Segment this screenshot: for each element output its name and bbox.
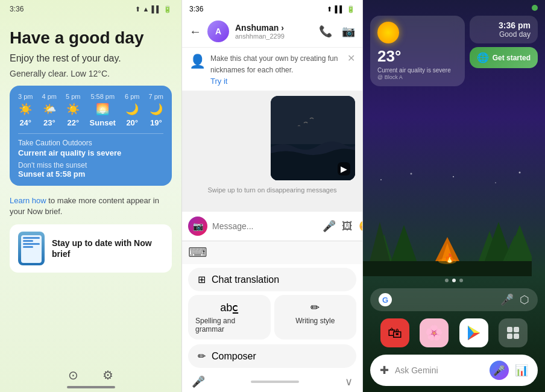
spelling-grammar-button[interactable]: abc̲ Spelling and grammar: [188, 295, 271, 340]
sticker-icon[interactable]: 😊: [359, 220, 363, 233]
statusbar-3: [363, 0, 545, 13]
banner-text: Make this chat your own by creating fun …: [210, 54, 338, 74]
dot-3: [459, 279, 463, 282]
gear-icon[interactable]: ⚙: [102, 368, 113, 382]
back-button[interactable]: ←: [189, 25, 201, 39]
weather-card: 3 pm ☀️ 24° 4 pm 🌤️ 23° 5 pm ☀️ 22° 5:58…: [10, 86, 172, 186]
banner-content: Make this chat your own by creating fun …: [210, 52, 342, 86]
status-dot: [532, 5, 538, 11]
play-store-icon[interactable]: [459, 318, 488, 347]
learn-link[interactable]: Learn how: [10, 196, 46, 205]
ai-suggestions: ⊞ Chat translation abc̲ Spelling and gra…: [182, 264, 362, 371]
weather-alert-label: Take Caution Outdoors: [18, 139, 163, 147]
chat-header-icons: 📞 📷: [319, 25, 355, 38]
svg-point-3: [411, 173, 412, 175]
contact-name: Anshuman ›: [235, 23, 313, 33]
composer-button[interactable]: ✏ Composer: [188, 344, 356, 368]
svg-rect-27: [514, 334, 519, 339]
signal-icon-2: ▌▌: [335, 5, 344, 13]
svg-marker-14: [505, 225, 532, 264]
spelling-icon: abc̲: [220, 301, 238, 314]
charge-icon-2: ⬆: [327, 5, 332, 13]
svg-marker-10: [390, 225, 418, 264]
keyboard-toolbar: ⌨ ⊞ Chat translation abc̲ Spelling and g…: [182, 241, 362, 371]
weather-hour-1: 4 pm 🌤️ 23°: [42, 93, 57, 127]
video-play-icon[interactable]: ▶: [338, 162, 350, 175]
contact-info: Anshuman › anshhman_2299: [235, 23, 313, 40]
svg-rect-24: [507, 327, 512, 332]
translation-icon: ⊞: [198, 274, 206, 285]
weather-hour-5: 7 pm 🌙 19°: [149, 93, 163, 127]
signal-icon: ▌▌: [151, 5, 161, 13]
dock-indicators: [363, 276, 545, 285]
gemini-mic-button[interactable]: 🎤: [490, 361, 509, 380]
home-weather-loc: @ Block A: [377, 74, 458, 80]
charge-icon: ⬆: [135, 5, 140, 13]
message-input[interactable]: [212, 221, 318, 231]
panel-weather: 3:36 ⬆ ▲ ▌▌ 🔋 Have a good day Enjoy the …: [0, 0, 181, 392]
home-scene: 🔥: [363, 91, 545, 276]
chat-translation-button[interactable]: ⊞ Chat translation: [188, 268, 356, 291]
contact-avatar: A: [207, 21, 229, 42]
shopping-app-icon[interactable]: 🛍: [380, 318, 409, 347]
battery-icon: 🔋: [163, 5, 172, 13]
chat-translation-label: Chat translation: [212, 274, 279, 285]
composer-icon: ✏: [198, 350, 206, 362]
home-weather-desc: Current air quality is severe: [377, 67, 458, 74]
google-logo: G: [379, 293, 392, 306]
dot-2: [452, 279, 456, 282]
banner-close-button[interactable]: ✕: [347, 52, 355, 64]
panel2-bottom-bar: 🎤 ∨: [182, 371, 362, 392]
bottom-mic-icon[interactable]: 🎤: [192, 375, 205, 388]
panel-home-screen: 23° Current air quality is severe @ Bloc…: [363, 0, 545, 392]
writing-label: Writing style: [295, 317, 335, 325]
svg-rect-25: [514, 327, 519, 332]
composer-label: Composer: [212, 351, 256, 362]
svg-point-5: [495, 182, 496, 183]
video-icon[interactable]: 📷: [342, 25, 355, 38]
weather-hour-4: 6 pm 🌙 20°: [125, 93, 139, 127]
gemini-bar[interactable]: ✚ Ask Gemini 🎤 📊: [370, 355, 538, 386]
google-search-bar[interactable]: G 🎤 ⬡: [370, 288, 538, 311]
svg-rect-26: [507, 334, 512, 339]
phone-icon[interactable]: 📞: [319, 25, 332, 38]
now-brief-card[interactable]: Stay up to date with Now brief: [10, 224, 172, 273]
sun-icon: [377, 22, 399, 43]
circle-icon[interactable]: ⊙: [68, 368, 78, 382]
gallery-icon[interactable]: 🖼: [342, 220, 353, 233]
home-indicator-2: [251, 381, 299, 383]
banner-try-link[interactable]: Try it: [210, 77, 342, 86]
weather-hour-3: 5:58 pm 🌅 Sunset: [90, 93, 116, 127]
search-lens-icon[interactable]: ⬡: [520, 293, 529, 306]
keyboard-icon[interactable]: ⌨: [188, 245, 207, 261]
chevron-down-icon[interactable]: ∨: [345, 375, 353, 388]
mic-icon[interactable]: 🎤: [323, 220, 336, 233]
battery-icon-2: 🔋: [347, 5, 355, 13]
svg-point-4: [453, 176, 454, 177]
panel1-bottom-bar: ⊙ ⚙: [0, 368, 181, 382]
gemini-prompt: Ask Gemini: [395, 365, 484, 375]
gemini-equalizer-icon[interactable]: 📊: [515, 364, 528, 377]
writing-style-button[interactable]: ✏ Writing style: [274, 295, 357, 340]
weather-alert-value: Current air quality is severe: [18, 148, 163, 157]
gemini-plus-icon[interactable]: ✚: [380, 364, 389, 377]
time-2: 3:36: [189, 5, 203, 13]
home-greeting: Good day: [477, 30, 531, 39]
get-started-button[interactable]: 🌐 Get started: [470, 47, 538, 68]
apps-grid-icon[interactable]: [499, 318, 528, 347]
disappear-hint: Swipe up to turn on disappearing message…: [189, 186, 355, 194]
panel-chat: 3:36 ⬆ ▌▌ 🔋 ← A Anshuman › anshhman_2299…: [181, 0, 363, 392]
greeting-text: Have a good day: [10, 28, 172, 48]
status-icons-2: ⬆ ▌▌ 🔋: [327, 5, 355, 13]
search-mic-icon[interactable]: 🎤: [500, 293, 514, 306]
wifi-icon: ▲: [143, 5, 150, 13]
weather-hour-2: 5 pm ☀️ 22°: [66, 93, 80, 127]
suggestion-row: abc̲ Spelling and grammar ✏ Writing styl…: [188, 295, 356, 340]
camera-button[interactable]: 📷: [188, 217, 207, 236]
blossom-app-icon[interactable]: 🌸: [420, 318, 449, 347]
time-widget: 3:36 pm Good day: [470, 16, 538, 43]
person-icon: 👤: [189, 54, 206, 69]
message-input-bar: 📷 🎤 🖼 😊 ⊕: [182, 211, 362, 241]
writing-icon: ✏: [310, 301, 320, 314]
message-photo: 🔖 ▶: [271, 96, 355, 180]
